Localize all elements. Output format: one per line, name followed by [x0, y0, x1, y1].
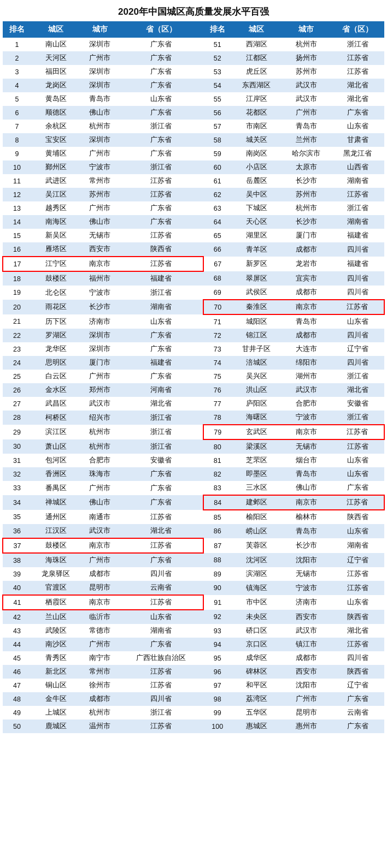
rank1-cell: 5	[3, 92, 31, 106]
province2-cell: 江苏省	[331, 439, 384, 454]
province1-cell: 广东省	[119, 467, 203, 481]
district2-cell: 市中区	[232, 595, 282, 610]
city2-cell: 扬州市	[282, 51, 331, 65]
rank1-cell: 11	[3, 174, 31, 188]
province2-cell: 江苏省	[331, 188, 384, 201]
rank2-cell: 84	[203, 495, 232, 510]
rank2-cell: 81	[203, 454, 232, 467]
table-row: 9黄埔区广州市广东省59南岗区哈尔滨市黑龙江省	[3, 147, 384, 160]
district1-cell: 武进区	[31, 174, 81, 188]
city1-cell: 宁波市	[81, 286, 119, 300]
table-row: 4龙岗区深圳市广东省54东西湖区武汉市湖北省	[3, 79, 384, 92]
province1-cell: 广东省	[119, 329, 203, 342]
city1-cell: 佛山市	[81, 215, 119, 229]
table-row: 15新吴区无锡市江苏省65湖里区厦门市福建省	[3, 229, 384, 242]
district1-cell: 福田区	[31, 65, 81, 79]
city1-cell: 昆明市	[81, 581, 119, 595]
city2-cell: 沈阳市	[282, 679, 331, 692]
table-row: 20雨花区长沙市湖南省70秦淮区南京市江苏省	[3, 300, 384, 314]
district2-cell: 天心区	[232, 215, 282, 229]
table-row: 34禅城区佛山市广东省84建邺区南京市江苏省	[3, 495, 384, 510]
district2-cell: 城关区	[232, 133, 282, 147]
rank1-cell: 31	[3, 454, 31, 467]
table-header-row: 排名 城区 城市 省（区） 排名 城区 城市 省（区）	[3, 21, 384, 38]
district1-cell: 罗湖区	[31, 329, 81, 342]
city1-cell: 广州市	[81, 481, 119, 495]
city2-cell: 宁波市	[282, 581, 331, 595]
city1-cell: 珠海市	[81, 467, 119, 481]
province2-cell: 山东省	[331, 314, 384, 329]
district1-cell: 香洲区	[31, 467, 81, 481]
province1-cell: 广东省	[119, 133, 203, 147]
province2-cell: 江苏省	[331, 425, 384, 439]
rank2-cell: 55	[203, 92, 232, 106]
city2-cell: 南京市	[282, 300, 331, 314]
rank2-cell: 83	[203, 481, 232, 495]
province1-cell: 浙江省	[119, 120, 203, 133]
rank1-cell: 35	[3, 510, 31, 524]
province1-cell: 浙江省	[119, 286, 203, 300]
district1-cell: 黄岛区	[31, 92, 81, 106]
province1-cell: 广东省	[119, 106, 203, 120]
district2-cell: 吴兴区	[232, 370, 282, 383]
province2-cell: 四川省	[331, 356, 384, 370]
table-row: 30萧山区杭州市浙江省80梁溪区无锡市江苏省	[3, 439, 384, 454]
district2-cell: 崂山区	[232, 524, 282, 538]
district2-cell: 锦江区	[232, 329, 282, 342]
district2-cell: 城阳区	[232, 314, 282, 329]
rank2-cell: 51	[203, 38, 232, 51]
district1-cell: 龙华区	[31, 342, 81, 356]
city2-cell: 青岛市	[282, 467, 331, 481]
province2-cell: 四川省	[331, 271, 384, 286]
city1-cell: 长沙市	[81, 300, 119, 314]
city2-cell: 长沙市	[282, 215, 331, 229]
district1-cell: 南海区	[31, 215, 81, 229]
district1-cell: 越秀区	[31, 201, 81, 215]
province1-cell: 湖南省	[119, 300, 203, 314]
city1-cell: 合肥市	[81, 454, 119, 467]
table-row: 19北仑区宁波市浙江省69武侯区成都市四川省	[3, 286, 384, 300]
province2-cell: 福建省	[331, 257, 384, 271]
city1-cell: 深圳市	[81, 133, 119, 147]
province1-cell: 福建省	[119, 271, 203, 286]
table-row: 12吴江区苏州市江苏省62吴中区苏州市江苏省	[3, 188, 384, 201]
province1-cell: 江苏省	[119, 679, 203, 692]
city2-cell: 榆林市	[282, 510, 331, 524]
city2-cell: 长沙市	[282, 538, 331, 553]
province1-cell: 广东省	[119, 79, 203, 92]
district1-cell: 新吴区	[31, 229, 81, 242]
city1-cell: 深圳市	[81, 38, 119, 51]
district1-cell: 天河区	[31, 51, 81, 65]
province1-cell: 江苏省	[119, 510, 203, 524]
city1-cell: 广州市	[81, 638, 119, 651]
district2-cell: 京口区	[232, 638, 282, 651]
district2-cell: 下城区	[232, 201, 282, 215]
city1-cell: 成都市	[81, 567, 119, 581]
district2-cell: 惠城区	[232, 720, 282, 733]
province1-cell: 浙江省	[119, 706, 203, 720]
province2-cell: 陕西省	[331, 610, 384, 624]
district1-cell: 余杭区	[31, 120, 81, 133]
col-district2: 城区	[232, 21, 282, 38]
city2-cell: 龙岩市	[282, 257, 331, 271]
rank1-cell: 40	[3, 581, 31, 595]
district1-cell: 栖霞区	[31, 595, 81, 610]
city1-cell: 南京市	[81, 257, 119, 271]
district1-cell: 江汉区	[31, 524, 81, 538]
district2-cell: 镇海区	[232, 581, 282, 595]
district1-cell: 历下区	[31, 314, 81, 329]
table-row: 28柯桥区绍兴市浙江省78海曙区宁波市浙江省	[3, 411, 384, 425]
city2-cell: 无锡市	[282, 567, 331, 581]
city1-cell: 广州市	[81, 51, 119, 65]
district1-cell: 番禺区	[31, 481, 81, 495]
province1-cell: 广东省	[119, 147, 203, 160]
province1-cell: 山东省	[119, 92, 203, 106]
district1-cell: 吴江区	[31, 188, 81, 201]
rank2-cell: 77	[203, 397, 232, 411]
province2-cell: 四川省	[331, 329, 384, 342]
province2-cell: 四川省	[331, 242, 384, 257]
city1-cell: 徐州市	[81, 679, 119, 692]
rank1-cell: 33	[3, 481, 31, 495]
province2-cell: 山东省	[331, 595, 384, 610]
province2-cell: 甘肃省	[331, 133, 384, 147]
